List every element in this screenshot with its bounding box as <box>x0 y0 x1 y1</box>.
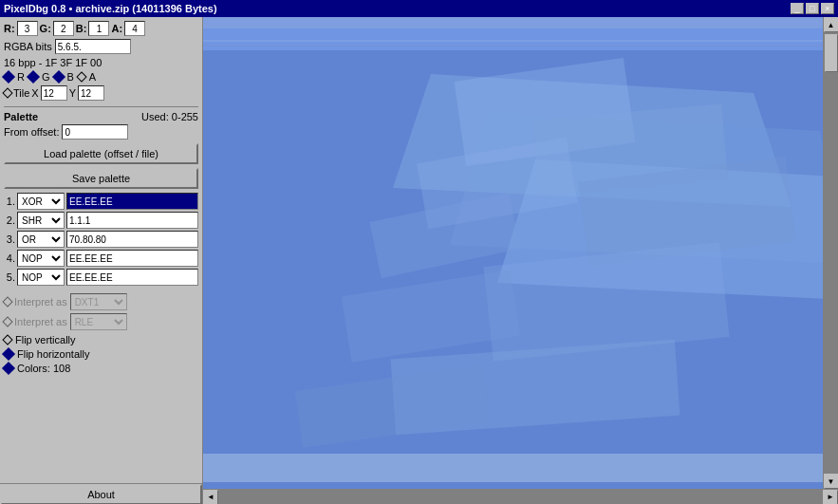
window-title: PixelDbg 0.8 • archive.zip (14011396 Byt… <box>4 3 217 14</box>
a-diamond-icon[interactable] <box>76 71 86 82</box>
g-diamond-icon[interactable] <box>27 70 40 84</box>
interp1-label: Interpret as <box>14 296 67 308</box>
colors-row: Colors: 108 <box>4 363 198 374</box>
r-channel-label: R <box>17 71 25 83</box>
close-button[interactable]: × <box>821 3 834 14</box>
b-input[interactable] <box>88 21 109 36</box>
interp1-diamond-icon[interactable] <box>2 296 12 307</box>
op-input-4[interactable] <box>66 250 198 267</box>
panel-bottom: About <box>0 483 202 504</box>
op-row-2: 2. SHRNOPXORORAND <box>4 212 198 229</box>
tile-y-input[interactable] <box>78 85 104 101</box>
op-num-2: 2. <box>4 215 15 226</box>
main-container: R: G: B: A: RGBA bits 16 bpp - 1F 3F 1F … <box>0 17 838 504</box>
r-label: R: <box>4 23 15 34</box>
minimize-button[interactable]: _ <box>791 3 804 14</box>
about-button[interactable]: About <box>0 484 202 505</box>
op-select-5[interactable]: NOPXORSHRORAND <box>17 269 65 286</box>
left-panel: R: G: B: A: RGBA bits 16 bpp - 1F 3F 1F … <box>0 17 203 504</box>
channel-row: R G B A <box>4 71 198 83</box>
load-palette-button[interactable]: Load palette (offset / file) <box>4 143 198 164</box>
a-channel-label: A <box>89 71 96 83</box>
interp-row-2: Interpret as RLEDXT1 <box>4 313 198 330</box>
scroll-left-button[interactable]: ◄ <box>203 490 218 505</box>
panel-content: R: G: B: A: RGBA bits 16 bpp - 1F 3F 1F … <box>0 17 202 483</box>
a-input[interactable] <box>124 21 145 36</box>
op-input-1[interactable] <box>66 193 198 210</box>
scroll-right-button[interactable]: ► <box>823 490 838 505</box>
interp2-label: Interpret as <box>14 316 67 327</box>
flip-h-row: Flip horizontally <box>4 348 198 360</box>
a-label: A: <box>111 23 122 34</box>
image-wrapper <box>203 17 823 489</box>
rgba-bits-row: RGBA bits <box>4 39 198 54</box>
vertical-scrollbar: ▲ ▼ <box>823 17 838 489</box>
op-row-5: 5. NOPXORSHRORAND <box>4 269 198 286</box>
op-select-2[interactable]: SHRNOPXORORAND <box>17 212 65 229</box>
from-offset-label: From offset: <box>4 126 59 138</box>
scroll-down-button[interactable]: ▼ <box>824 474 839 489</box>
g-channel-label: G <box>42 71 50 83</box>
interp1-select[interactable]: DXT1RLE <box>70 293 127 310</box>
interpret-section: Interpret as DXT1RLE Interpret as RLEDXT… <box>4 293 198 330</box>
scroll-track-horizontal[interactable] <box>218 490 823 505</box>
b-diamond-icon[interactable] <box>51 70 65 84</box>
interp2-diamond-icon[interactable] <box>2 316 12 327</box>
tile-x-input[interactable] <box>41 85 67 101</box>
scroll-track-vertical[interactable] <box>824 32 839 474</box>
colors-label: Colors: 108 <box>17 363 70 374</box>
palette-used: Used: 0-255 <box>141 111 198 122</box>
op-input-2[interactable] <box>66 212 198 229</box>
op-num-5: 5. <box>4 271 15 283</box>
interp2-select[interactable]: RLEDXT1 <box>70 313 127 330</box>
rgba-row: R: G: B: A: <box>4 21 198 36</box>
op-input-5[interactable] <box>66 269 198 286</box>
g-input[interactable] <box>53 21 74 36</box>
title-bar: PixelDbg 0.8 • archive.zip (14011396 Byt… <box>0 0 838 17</box>
svg-rect-16 <box>203 17 823 489</box>
r-input[interactable] <box>17 21 38 36</box>
from-offset-row: From offset: <box>4 124 198 140</box>
flip-v-diamond-icon[interactable] <box>2 334 12 345</box>
tile-diamond-icon[interactable] <box>2 87 12 98</box>
flip-h-diamond-icon[interactable] <box>2 347 15 361</box>
scroll-thumb-vertical[interactable] <box>825 34 838 72</box>
op-input-3[interactable] <box>66 231 198 248</box>
options-section: Flip vertically Flip horizontally Colors… <box>4 334 198 374</box>
interp-row-1: Interpret as DXT1RLE <box>4 293 198 310</box>
image-and-vscroll: ▲ ▼ <box>203 17 838 489</box>
image-display <box>203 17 823 489</box>
tile-label: Tile <box>13 87 29 99</box>
ops-section: 1. XORNOPSHRORAND 2. SHRNOPXORORAND <box>4 193 198 286</box>
flip-v-label: Flip vertically <box>15 334 76 345</box>
op-num-3: 3. <box>4 233 15 245</box>
op-row-4: 4. NOPXORSHRORAND <box>4 250 198 267</box>
g-label: G: <box>40 23 51 34</box>
rgba-bits-label: RGBA bits <box>4 41 52 52</box>
right-section: ▲ ▼ ◄ ► <box>203 17 838 504</box>
palette-header: Palette Used: 0-255 <box>4 111 198 122</box>
palette-title: Palette <box>4 111 38 122</box>
offset-input[interactable] <box>62 124 128 140</box>
tile-x-label: X <box>31 87 38 99</box>
op-select-3[interactable]: ORNOPXORSHRAND <box>17 231 65 248</box>
tile-y-label: Y <box>69 87 76 99</box>
horizontal-scrollbar: ◄ ► <box>203 489 838 504</box>
scroll-up-button[interactable]: ▲ <box>824 17 839 32</box>
rgba-bits-input[interactable] <box>55 39 131 54</box>
flip-v-row: Flip vertically <box>4 334 198 345</box>
op-select-1[interactable]: XORNOPSHRORAND <box>17 193 65 210</box>
op-select-4[interactable]: NOPXORSHRORAND <box>17 250 65 267</box>
colors-diamond-icon[interactable] <box>2 362 15 375</box>
tile-row: Tile X Y <box>4 85 198 101</box>
op-row-1: 1. XORNOPSHRORAND <box>4 193 198 210</box>
maximize-button[interactable]: □ <box>806 3 819 14</box>
r-diamond-icon[interactable] <box>2 70 15 84</box>
flip-h-label: Flip horizontally <box>17 348 89 360</box>
bpp-line: 16 bpp - 1F 3F 1F 00 <box>4 57 198 68</box>
b-label: B: <box>76 23 87 34</box>
op-row-3: 3. ORNOPXORSHRAND <box>4 231 198 248</box>
save-palette-button[interactable]: Save palette <box>4 168 198 189</box>
window-controls: _ □ × <box>791 3 834 14</box>
op-num-4: 4. <box>4 252 15 264</box>
